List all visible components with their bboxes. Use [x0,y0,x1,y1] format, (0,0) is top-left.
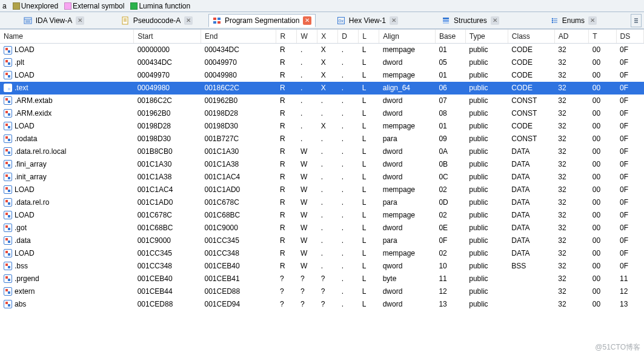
cell-ad: 32 [554,44,589,56]
cell-w: . [297,56,317,69]
cell-l: L [359,158,379,171]
segment-table[interactable]: NameStartEndRWXDLAlignBaseTypeClassADTDS… [0,30,644,311]
column-header-d[interactable]: D [338,30,359,44]
cell-type: public [465,107,508,120]
table-row[interactable]: LOAD00000000000434DCR.X.Lmempage01public… [0,44,644,56]
table-row[interactable]: .got001C68BC001C9000RW..Ldword0EpublicDA… [0,222,644,234]
tab-close-icon[interactable]: ✕ [588,16,597,25]
segment-icon [4,198,12,207]
table-row[interactable]: LOAD001C1AC4001C1AD0RW..Lmempage02public… [0,184,644,196]
cell-r: R [276,209,297,222]
cell-w: W [297,196,317,209]
cell-t: 00 [589,234,616,247]
table-row[interactable]: .ARM.exidx001962B000198D28R...Ldword08pu… [0,107,644,120]
cell-x: . [317,145,338,158]
cell-t: 00 [589,44,616,56]
column-header-ds[interactable]: DS [616,30,643,44]
cell-name: LOAD [0,209,134,222]
cell-ds: 0F [616,234,643,247]
column-header-align[interactable]: Align [379,30,436,44]
column-header-r[interactable]: R [276,30,297,44]
column-header-l[interactable]: L [359,30,379,44]
column-header-end[interactable]: End [201,30,276,44]
tab-close-icon[interactable]: ✕ [184,16,193,25]
cell-base: 02 [435,184,465,196]
segment-icon [4,160,12,168]
cell-text: .got [15,224,27,232]
column-header-start[interactable]: Start [134,30,201,44]
column-header-name[interactable]: Name [0,30,134,44]
table-row[interactable]: .data.rel.ro001C1AD0001C678CRW..Lpara0Dp… [0,196,644,209]
cell-ad: 32 [554,234,589,247]
cell-l: L [359,171,379,184]
cell-r: R [276,82,297,95]
cell-end: 001CC345 [201,234,276,247]
tab-structs[interactable]: Structures✕ [419,14,522,27]
column-header-w[interactable]: W [297,30,317,44]
cell-end: 001C9000 [201,222,276,234]
tab-label: Program Segmentation [225,16,299,25]
tab-close-icon[interactable]: ✕ [303,16,311,25]
table-row[interactable]: abs001CED88001CED94???.Ldword13public320… [0,298,644,311]
cell-w: W [297,145,317,158]
cell-ad: 32 [554,158,589,171]
cell-name: .data.rel.ro [0,196,134,209]
tab-progseg[interactable]: Program Segmentation✕ [208,14,316,27]
table-row[interactable]: .ARM.extab00186C2C001962B0R...Ldword07pu… [0,95,644,107]
table-row[interactable]: .data.rel.ro.local001B8CB0001C1A30RW..Ld… [0,145,644,158]
tab-close-icon[interactable]: ✕ [390,16,398,25]
cell-text: LOAD [15,45,35,54]
table-row[interactable]: LOAD00198D2800198D30R.X.Lmempage01public… [0,120,644,133]
table-row[interactable]: .bss001CC348001CEB40RW..Lqword10publicBS… [0,260,644,273]
cell-x: . [317,247,338,260]
cell-type: public [465,56,508,69]
tab-enums[interactable]: Enums✕ [522,14,625,27]
struct-blue-icon [442,16,450,25]
column-header-x[interactable]: X [317,30,338,44]
table-row[interactable]: LOAD0004997000049980R.X.Lmempage01public… [0,69,644,82]
table-row[interactable]: LOAD001C678C001C68BCRW..Lmempage02public… [0,209,644,222]
segment-icon [4,134,12,143]
column-header-ad[interactable]: AD [554,30,589,44]
cell-name: extern [0,285,134,298]
table-row[interactable]: extern001CEB44001CED88???.Ldword12public… [0,285,644,298]
table-row[interactable]: .text0004998000186C2CR.X.Lalign_6406publ… [0,82,644,95]
cell-name: .ARM.extab [0,95,134,107]
cell-class: DATA [508,222,554,234]
cell-class: DATA [508,171,554,184]
cell-class: CONST [508,95,554,107]
cell-r: R [276,56,297,69]
tab-ida-view[interactable]: IDA View-A✕ [2,14,105,27]
column-header-class[interactable]: Class [508,30,554,44]
tabs-overflow-button[interactable] [631,14,642,27]
tab-pseudo[interactable]: Pseudocode-A✕ [105,14,208,27]
cell-base: 05 [435,56,465,69]
column-header-type[interactable]: Type [465,30,508,44]
cell-type: public [465,184,508,196]
tab-hexview[interactable]: 0xHex View-1✕ [316,14,419,27]
tab-close-icon[interactable]: ✕ [76,16,84,25]
table-row[interactable]: .plt000434DC00049970R.X.Ldword05publicCO… [0,56,644,69]
column-header-base[interactable]: Base [435,30,465,44]
cell-r: ? [276,298,297,311]
cell-end: 00049980 [201,69,276,82]
cell-ad: 32 [554,56,589,69]
table-row[interactable]: .rodata00198D30001B727CR...Lpara09public… [0,133,644,145]
cell-end: 00198D30 [201,120,276,133]
column-header-t[interactable]: T [589,30,616,44]
cell-r: R [276,171,297,184]
table-header-row[interactable]: NameStartEndRWXDLAlignBaseTypeClassADTDS [0,30,644,44]
table-row[interactable]: .prgend001CEB40001CEB41???.Lbyte11public… [0,273,644,285]
cell-type: public [465,69,508,82]
table-row[interactable]: .data001C9000001CC345RW..Lpara0FpublicDA… [0,234,644,247]
cell-end: 001CEB41 [201,273,276,285]
cell-end: 001C1A30 [201,145,276,158]
table-row[interactable]: .init_array001C1A38001C1AC4RW..Ldword0Cp… [0,171,644,184]
segment-table-wrap[interactable]: NameStartEndRWXDLAlignBaseTypeClassADTDS… [0,29,644,355]
cell-x: X [317,44,338,56]
cell-d: . [338,158,359,171]
table-row[interactable]: LOAD001CC345001CC348RW..Lmempage02public… [0,247,644,260]
tab-close-icon[interactable]: ✕ [491,16,499,25]
cell-ds: 0F [616,260,643,273]
table-row[interactable]: .fini_array001C1A30001C1A38RW..Ldword0Bp… [0,158,644,171]
